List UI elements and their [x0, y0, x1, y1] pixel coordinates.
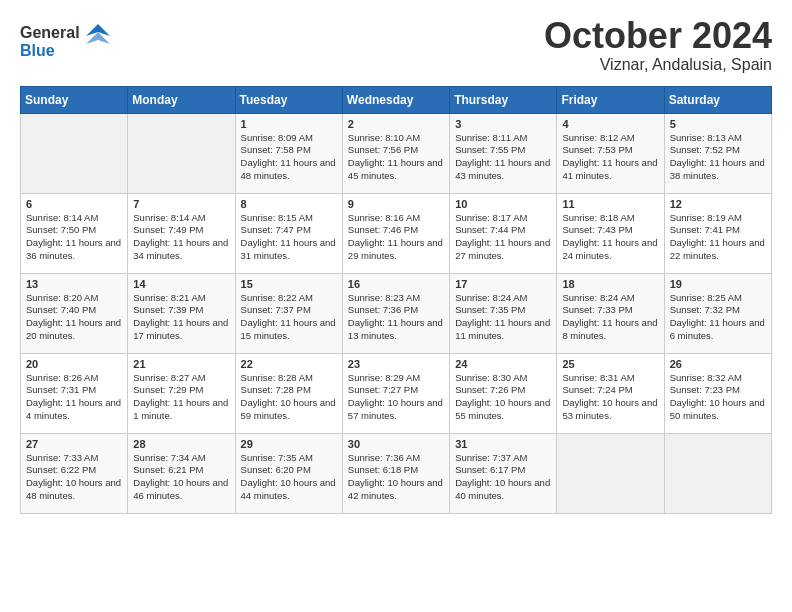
cell-content: Sunrise: 8:23 AM Sunset: 7:36 PM Dayligh… [348, 292, 444, 343]
cell-content: Sunrise: 8:16 AM Sunset: 7:46 PM Dayligh… [348, 212, 444, 263]
month-title: October 2024 [544, 16, 772, 56]
title-section: October 2024 Viznar, Andalusia, Spain [544, 16, 772, 74]
header: General Blue October 2024 Viznar, Andalu… [20, 16, 772, 74]
calendar-week-row: 6Sunrise: 8:14 AM Sunset: 7:50 PM Daylig… [21, 193, 772, 273]
day-number: 19 [670, 278, 766, 290]
day-number: 27 [26, 438, 122, 450]
calendar-cell: 5Sunrise: 8:13 AM Sunset: 7:52 PM Daylig… [664, 113, 771, 193]
day-number: 21 [133, 358, 229, 370]
cell-content: Sunrise: 8:10 AM Sunset: 7:56 PM Dayligh… [348, 132, 444, 183]
cell-content: Sunrise: 7:34 AM Sunset: 6:21 PM Dayligh… [133, 452, 229, 503]
calendar-cell: 18Sunrise: 8:24 AM Sunset: 7:33 PM Dayli… [557, 273, 664, 353]
cell-content: Sunrise: 8:24 AM Sunset: 7:35 PM Dayligh… [455, 292, 551, 343]
day-number: 12 [670, 198, 766, 210]
cell-content: Sunrise: 7:36 AM Sunset: 6:18 PM Dayligh… [348, 452, 444, 503]
calendar-cell [128, 113, 235, 193]
calendar-cell: 6Sunrise: 8:14 AM Sunset: 7:50 PM Daylig… [21, 193, 128, 273]
calendar-table: SundayMondayTuesdayWednesdayThursdayFrid… [20, 86, 772, 514]
calendar-cell: 10Sunrise: 8:17 AM Sunset: 7:44 PM Dayli… [450, 193, 557, 273]
calendar-cell: 15Sunrise: 8:22 AM Sunset: 7:37 PM Dayli… [235, 273, 342, 353]
day-number: 5 [670, 118, 766, 130]
calendar-cell: 17Sunrise: 8:24 AM Sunset: 7:35 PM Dayli… [450, 273, 557, 353]
cell-content: Sunrise: 8:15 AM Sunset: 7:47 PM Dayligh… [241, 212, 337, 263]
cell-content: Sunrise: 8:31 AM Sunset: 7:24 PM Dayligh… [562, 372, 658, 423]
cell-content: Sunrise: 8:29 AM Sunset: 7:27 PM Dayligh… [348, 372, 444, 423]
calendar-cell [21, 113, 128, 193]
day-number: 8 [241, 198, 337, 210]
calendar-cell: 13Sunrise: 8:20 AM Sunset: 7:40 PM Dayli… [21, 273, 128, 353]
day-number: 15 [241, 278, 337, 290]
cell-content: Sunrise: 7:35 AM Sunset: 6:20 PM Dayligh… [241, 452, 337, 503]
calendar-cell: 8Sunrise: 8:15 AM Sunset: 7:47 PM Daylig… [235, 193, 342, 273]
cell-content: Sunrise: 8:17 AM Sunset: 7:44 PM Dayligh… [455, 212, 551, 263]
calendar-cell: 31Sunrise: 7:37 AM Sunset: 6:17 PM Dayli… [450, 433, 557, 513]
calendar-cell: 12Sunrise: 8:19 AM Sunset: 7:41 PM Dayli… [664, 193, 771, 273]
calendar-week-row: 20Sunrise: 8:26 AM Sunset: 7:31 PM Dayli… [21, 353, 772, 433]
logo-icon: General Blue [20, 16, 110, 64]
weekday-header-cell: Thursday [450, 86, 557, 113]
calendar-cell: 9Sunrise: 8:16 AM Sunset: 7:46 PM Daylig… [342, 193, 449, 273]
calendar-cell: 20Sunrise: 8:26 AM Sunset: 7:31 PM Dayli… [21, 353, 128, 433]
logo: General Blue [20, 16, 110, 68]
cell-content: Sunrise: 8:30 AM Sunset: 7:26 PM Dayligh… [455, 372, 551, 423]
day-number: 18 [562, 278, 658, 290]
calendar-cell: 11Sunrise: 8:18 AM Sunset: 7:43 PM Dayli… [557, 193, 664, 273]
cell-content: Sunrise: 8:22 AM Sunset: 7:37 PM Dayligh… [241, 292, 337, 343]
day-number: 28 [133, 438, 229, 450]
weekday-header-cell: Tuesday [235, 86, 342, 113]
weekday-header-cell: Wednesday [342, 86, 449, 113]
day-number: 30 [348, 438, 444, 450]
cell-content: Sunrise: 8:28 AM Sunset: 7:28 PM Dayligh… [241, 372, 337, 423]
cell-content: Sunrise: 8:13 AM Sunset: 7:52 PM Dayligh… [670, 132, 766, 183]
cell-content: Sunrise: 7:37 AM Sunset: 6:17 PM Dayligh… [455, 452, 551, 503]
day-number: 24 [455, 358, 551, 370]
calendar-cell: 22Sunrise: 8:28 AM Sunset: 7:28 PM Dayli… [235, 353, 342, 433]
calendar-cell [664, 433, 771, 513]
cell-content: Sunrise: 8:11 AM Sunset: 7:55 PM Dayligh… [455, 132, 551, 183]
day-number: 3 [455, 118, 551, 130]
calendar-cell: 19Sunrise: 8:25 AM Sunset: 7:32 PM Dayli… [664, 273, 771, 353]
day-number: 14 [133, 278, 229, 290]
day-number: 10 [455, 198, 551, 210]
calendar-cell: 2Sunrise: 8:10 AM Sunset: 7:56 PM Daylig… [342, 113, 449, 193]
calendar-cell: 29Sunrise: 7:35 AM Sunset: 6:20 PM Dayli… [235, 433, 342, 513]
cell-content: Sunrise: 8:32 AM Sunset: 7:23 PM Dayligh… [670, 372, 766, 423]
calendar-week-row: 1Sunrise: 8:09 AM Sunset: 7:58 PM Daylig… [21, 113, 772, 193]
calendar-cell: 4Sunrise: 8:12 AM Sunset: 7:53 PM Daylig… [557, 113, 664, 193]
cell-content: Sunrise: 8:18 AM Sunset: 7:43 PM Dayligh… [562, 212, 658, 263]
calendar-cell: 28Sunrise: 7:34 AM Sunset: 6:21 PM Dayli… [128, 433, 235, 513]
weekday-header-cell: Friday [557, 86, 664, 113]
cell-content: Sunrise: 8:24 AM Sunset: 7:33 PM Dayligh… [562, 292, 658, 343]
calendar-cell: 16Sunrise: 8:23 AM Sunset: 7:36 PM Dayli… [342, 273, 449, 353]
day-number: 9 [348, 198, 444, 210]
day-number: 17 [455, 278, 551, 290]
day-number: 29 [241, 438, 337, 450]
day-number: 13 [26, 278, 122, 290]
cell-content: Sunrise: 7:33 AM Sunset: 6:22 PM Dayligh… [26, 452, 122, 503]
day-number: 4 [562, 118, 658, 130]
day-number: 6 [26, 198, 122, 210]
calendar-cell: 25Sunrise: 8:31 AM Sunset: 7:24 PM Dayli… [557, 353, 664, 433]
day-number: 31 [455, 438, 551, 450]
calendar-cell: 21Sunrise: 8:27 AM Sunset: 7:29 PM Dayli… [128, 353, 235, 433]
calendar-cell: 7Sunrise: 8:14 AM Sunset: 7:49 PM Daylig… [128, 193, 235, 273]
cell-content: Sunrise: 8:19 AM Sunset: 7:41 PM Dayligh… [670, 212, 766, 263]
day-number: 11 [562, 198, 658, 210]
cell-content: Sunrise: 8:25 AM Sunset: 7:32 PM Dayligh… [670, 292, 766, 343]
day-number: 20 [26, 358, 122, 370]
calendar-cell: 26Sunrise: 8:32 AM Sunset: 7:23 PM Dayli… [664, 353, 771, 433]
day-number: 7 [133, 198, 229, 210]
cell-content: Sunrise: 8:21 AM Sunset: 7:39 PM Dayligh… [133, 292, 229, 343]
cell-content: Sunrise: 8:26 AM Sunset: 7:31 PM Dayligh… [26, 372, 122, 423]
day-number: 22 [241, 358, 337, 370]
calendar-cell: 3Sunrise: 8:11 AM Sunset: 7:55 PM Daylig… [450, 113, 557, 193]
calendar-cell: 14Sunrise: 8:21 AM Sunset: 7:39 PM Dayli… [128, 273, 235, 353]
cell-content: Sunrise: 8:27 AM Sunset: 7:29 PM Dayligh… [133, 372, 229, 423]
calendar-container: General Blue October 2024 Viznar, Andalu… [0, 0, 792, 530]
calendar-cell: 24Sunrise: 8:30 AM Sunset: 7:26 PM Dayli… [450, 353, 557, 433]
cell-content: Sunrise: 8:14 AM Sunset: 7:50 PM Dayligh… [26, 212, 122, 263]
calendar-cell: 23Sunrise: 8:29 AM Sunset: 7:27 PM Dayli… [342, 353, 449, 433]
day-number: 25 [562, 358, 658, 370]
calendar-week-row: 13Sunrise: 8:20 AM Sunset: 7:40 PM Dayli… [21, 273, 772, 353]
weekday-header-cell: Saturday [664, 86, 771, 113]
